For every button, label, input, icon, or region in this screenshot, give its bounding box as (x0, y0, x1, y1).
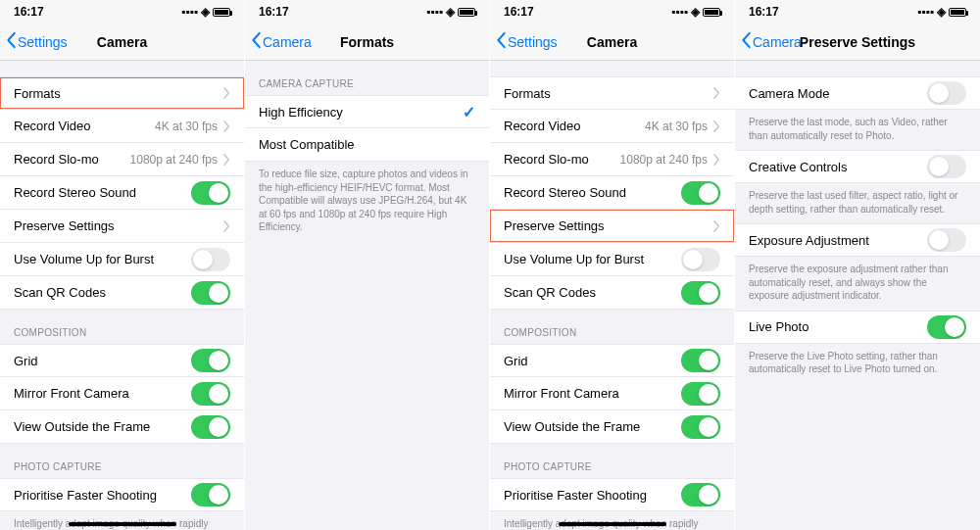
settings-row[interactable]: Record Stereo Sound (0, 176, 244, 210)
nav-back-button[interactable]: Camera (735, 31, 802, 52)
status-time: 16:17 (749, 5, 779, 19)
row-label: Record Slo-mo (14, 152, 130, 167)
toggle-switch[interactable] (927, 81, 966, 105)
settings-row[interactable]: Camera Mode (735, 76, 980, 110)
section-header: CAMERA CAPTURE (245, 61, 489, 95)
row-label: Use Volume Up for Burst (504, 252, 681, 266)
settings-row[interactable]: Record Slo-mo1080p at 240 fps (0, 143, 244, 176)
toggle-switch[interactable] (927, 155, 966, 178)
toggle-switch[interactable] (681, 181, 720, 205)
row-label: High Efficiency (259, 105, 463, 120)
row-value: 4K at 30 fps (155, 120, 218, 133)
toggle-switch[interactable] (927, 228, 966, 252)
section-header: PHOTO CAPTURE (490, 444, 734, 478)
wifi-icon: ◈ (201, 5, 210, 19)
settings-row[interactable]: View Outside the Frame (0, 410, 244, 444)
spacer (0, 61, 244, 76)
row-label: Exposure Adjustment (749, 233, 927, 248)
settings-row[interactable]: Most Compatible (245, 128, 489, 162)
settings-row[interactable]: High Efficiency✓ (245, 95, 489, 128)
nav-back-label: Camera (263, 34, 312, 50)
signal-icon: ▪▪▪▪ (917, 5, 934, 19)
status-time: 16:17 (14, 5, 44, 19)
settings-row[interactable]: Record Stereo Sound (490, 176, 734, 210)
row-value: 1080p at 240 fps (620, 153, 708, 167)
nav-back-label: Settings (18, 34, 68, 50)
chevron-left-icon (251, 31, 263, 52)
settings-row[interactable]: Mirror Front Camera (490, 377, 734, 410)
section-footer: Preserve the exposure adjustment rather … (735, 257, 980, 311)
toggle-switch[interactable] (191, 382, 230, 406)
nav-back-button[interactable]: Settings (0, 31, 68, 52)
settings-row[interactable]: Preserve Settings (0, 210, 244, 243)
settings-row[interactable]: Use Volume Up for Burst (0, 243, 244, 276)
nav-title: Camera (97, 34, 147, 50)
settings-row[interactable]: Formats (490, 76, 734, 110)
screen-2: 16:17▪▪▪▪◈SettingsCameraFormatsRecord Vi… (490, 0, 735, 530)
toggle-switch[interactable] (927, 315, 966, 339)
settings-row[interactable]: View Outside the Frame (490, 410, 734, 444)
toggle-switch[interactable] (681, 483, 720, 506)
row-value: 4K at 30 fps (645, 120, 708, 133)
nav-back-button[interactable]: Camera (245, 31, 312, 52)
section-header: PHOTO CAPTURE (0, 444, 244, 478)
settings-row[interactable]: Prioritise Faster Shooting (490, 478, 734, 511)
nav-title: Preserve Settings (800, 34, 915, 50)
toggle-switch[interactable] (191, 281, 230, 305)
row-label: Live Photo (749, 319, 927, 334)
section-footer: Intelligently adapt image quality when r… (0, 511, 244, 530)
settings-row[interactable]: Grid (490, 344, 734, 377)
settings-row[interactable]: Live Photo (735, 311, 980, 344)
row-label: Record Stereo Sound (14, 185, 191, 200)
spacer (735, 61, 980, 76)
settings-row[interactable]: Preserve Settings (490, 210, 734, 243)
toggle-switch[interactable] (681, 248, 720, 271)
battery-icon (213, 8, 230, 17)
settings-row[interactable]: Grid (0, 344, 244, 377)
settings-row[interactable]: Exposure Adjustment (735, 223, 980, 257)
row-label: Creative Controls (749, 160, 927, 174)
chevron-right-icon (713, 220, 720, 232)
settings-row[interactable]: Prioritise Faster Shooting (0, 478, 244, 511)
toggle-switch[interactable] (681, 349, 720, 372)
settings-row[interactable]: Record Video4K at 30 fps (0, 110, 244, 143)
toggle-switch[interactable] (681, 415, 720, 439)
nav-title: Camera (587, 34, 637, 50)
status-bar: 16:17▪▪▪▪◈ (245, 0, 489, 24)
row-label: Preserve Settings (14, 218, 223, 233)
screen-3: 16:17▪▪▪▪◈CameraPreserve SettingsCamera … (735, 0, 980, 530)
settings-row[interactable]: Record Video4K at 30 fps (490, 110, 734, 143)
settings-row[interactable]: Scan QR Codes (490, 276, 734, 310)
spacer (490, 61, 734, 76)
row-label: Mirror Front Camera (14, 386, 191, 401)
chevron-right-icon (713, 120, 720, 132)
nav-back-button[interactable]: Settings (490, 31, 558, 52)
settings-row[interactable]: Use Volume Up for Burst (490, 243, 734, 276)
row-label: Prioritise Faster Shooting (14, 488, 191, 503)
settings-row[interactable]: Record Slo-mo1080p at 240 fps (490, 143, 734, 176)
home-indicator (559, 522, 666, 526)
settings-row[interactable]: Mirror Front Camera (0, 377, 244, 410)
settings-row[interactable]: Creative Controls (735, 150, 980, 183)
toggle-switch[interactable] (191, 248, 230, 271)
section-header: COMPOSITION (490, 310, 734, 344)
wifi-icon: ◈ (691, 5, 700, 19)
chevron-right-icon (713, 87, 720, 99)
screen-1: 16:17▪▪▪▪◈CameraFormatsCAMERA CAPTUREHig… (245, 0, 490, 530)
settings-row[interactable]: Formats (0, 76, 244, 110)
row-label: Record Video (14, 119, 155, 133)
toggle-switch[interactable] (681, 281, 720, 305)
nav-back-label: Camera (753, 34, 802, 50)
settings-row[interactable]: Scan QR Codes (0, 276, 244, 310)
toggle-switch[interactable] (191, 415, 230, 439)
status-icons: ▪▪▪▪◈ (181, 5, 230, 19)
wifi-icon: ◈ (937, 5, 946, 19)
row-label: Prioritise Faster Shooting (504, 488, 681, 503)
toggle-switch[interactable] (191, 349, 230, 372)
toggle-switch[interactable] (191, 483, 230, 506)
chevron-right-icon (223, 120, 230, 132)
status-bar: 16:17▪▪▪▪◈ (0, 0, 244, 24)
toggle-switch[interactable] (191, 181, 230, 205)
toggle-switch[interactable] (681, 382, 720, 406)
wifi-icon: ◈ (446, 5, 455, 19)
